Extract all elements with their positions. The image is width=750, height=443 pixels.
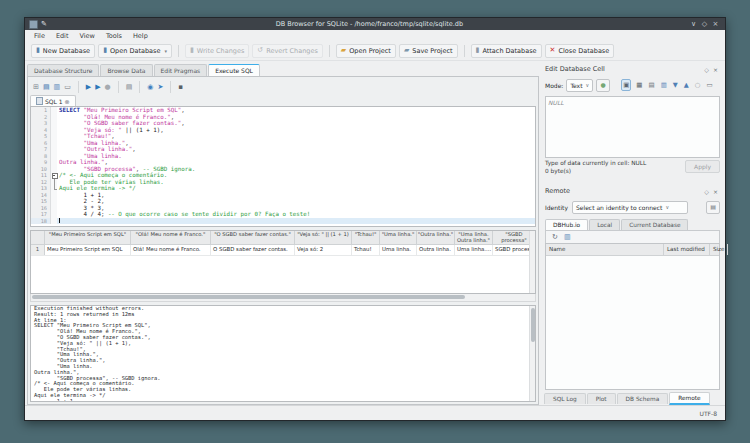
log-scrollbar-thumb[interactable] bbox=[531, 308, 535, 342]
grid-col-header[interactable]: "Outra linha." bbox=[417, 231, 455, 244]
dock-tab-remote[interactable]: Remote bbox=[669, 392, 709, 405]
float-panel-icon[interactable]: ◇ bbox=[702, 66, 711, 73]
identity-row: Identity Select an identity to connect ∨… bbox=[542, 197, 723, 217]
remote-col-header[interactable]: Size bbox=[710, 244, 728, 255]
table-row[interactable]: 1Meu Primeiro Script em SQLOlá! Meu nome… bbox=[31, 245, 535, 256]
execute-all-icon[interactable]: ▶ bbox=[86, 83, 91, 91]
sql-editor[interactable]: 1SELECT "Meu Primeiro Script em SQL",2 "… bbox=[30, 106, 536, 227]
export-data-icon[interactable]: ▲ bbox=[683, 80, 690, 90]
desktop-background: ✎ DB Browser for SQLite - /home/franco/t… bbox=[0, 0, 750, 443]
tab-execute-sql[interactable]: Execute SQL bbox=[208, 64, 260, 76]
code-token bbox=[59, 127, 83, 133]
grid-col-header[interactable]: "Veja só: " || (1 + 1) bbox=[295, 231, 352, 244]
log-line: 1 + 1, bbox=[31, 399, 535, 402]
manage-identities-button[interactable]: ▤ bbox=[706, 201, 720, 214]
grid-horizontal-scrollbar[interactable] bbox=[30, 294, 536, 302]
tab-browse-data[interactable]: Browse Data bbox=[100, 64, 152, 76]
close-panel-icon[interactable]: × bbox=[711, 66, 720, 73]
grid-col-header[interactable]: "O SGBD saber fazer contas." bbox=[211, 231, 295, 244]
maximize-button[interactable]: ◇ bbox=[699, 20, 710, 28]
log-vertical-scrollbar[interactable] bbox=[529, 306, 535, 401]
apply-format-button[interactable]: ● bbox=[596, 79, 610, 92]
grid-cell[interactable]: Veja só: 2 bbox=[295, 245, 352, 255]
save-results-icon[interactable]: ◉ bbox=[147, 83, 153, 91]
open-database-button[interactable]: ▮Open Database▾ bbox=[98, 44, 172, 58]
close-button[interactable]: × bbox=[710, 20, 721, 28]
edit-cell-title: Edit Database Cell bbox=[545, 65, 702, 73]
menu-file[interactable]: File bbox=[34, 32, 45, 40]
remote-tab-dbhub-io[interactable]: DBHub.io bbox=[545, 219, 588, 230]
open-project-button[interactable]: ▰Open Project bbox=[336, 44, 396, 58]
set-null-icon[interactable]: ○ bbox=[694, 80, 702, 90]
cell-edit-area[interactable]: NULL bbox=[545, 96, 720, 158]
export-results-icon[interactable]: ▤ bbox=[126, 83, 133, 91]
print-cell-icon[interactable]: ▭ bbox=[705, 80, 713, 90]
grid-cell[interactable]: Olá! Meu nome é Franco. bbox=[131, 245, 211, 255]
print-icon[interactable]: ▭ bbox=[64, 83, 71, 91]
pencil-icon: ✎ bbox=[41, 20, 47, 28]
mode-select[interactable]: Text ∨ bbox=[566, 79, 593, 92]
import-data-icon[interactable]: ▼ bbox=[672, 80, 679, 90]
remote-table-body[interactable] bbox=[546, 256, 719, 389]
remote-tab-current-database[interactable]: Current Database bbox=[621, 219, 688, 230]
grid-cell[interactable]: O SGBD saber fazer contas. bbox=[211, 245, 295, 255]
remote-col-header[interactable]: Last modified bbox=[664, 244, 710, 255]
close-panel-icon[interactable]: × bbox=[711, 188, 720, 195]
code-token: 1 + 1, bbox=[59, 192, 104, 198]
word-wrap-icon[interactable]: ▪ bbox=[178, 83, 183, 91]
grid-col-header[interactable]: "Meu Primeiro Script em SQL" bbox=[45, 231, 131, 244]
grid-col-header[interactable]: "Uma linha. Outra linha." bbox=[455, 231, 493, 244]
close-database-label: Close Database bbox=[558, 47, 609, 55]
grid-col-header[interactable]: "Uma linha." bbox=[380, 231, 417, 244]
save-project-button[interactable]: ▰Save Project bbox=[399, 44, 458, 58]
dock-tab-db-schema[interactable]: DB Schema bbox=[617, 393, 669, 404]
attach-database-button[interactable]: ▮Attach Database bbox=[471, 44, 542, 58]
tab-close-icon[interactable]: ⊗ bbox=[65, 98, 70, 105]
remote-tab-local[interactable]: Local bbox=[589, 219, 620, 230]
open-in-editor-icon[interactable]: ▥ bbox=[660, 80, 668, 90]
close-database-button[interactable]: ✕Close Database bbox=[545, 44, 615, 58]
tab-edit-pragmas[interactable]: Edit Pragmas bbox=[154, 64, 208, 76]
dock-tab-sql-log[interactable]: SQL Log bbox=[544, 393, 586, 404]
clone-database-icon[interactable]: ▥ bbox=[564, 233, 571, 241]
grid-cell[interactable]: Tchau! bbox=[352, 245, 380, 255]
new-tab-icon[interactable]: ⊞ bbox=[33, 83, 39, 91]
grid-cell[interactable]: Outra linha. bbox=[417, 245, 455, 255]
execution-log[interactable]: Execution finished without errors.Result… bbox=[30, 305, 536, 402]
menu-help[interactable]: Help bbox=[133, 32, 148, 40]
save-as-icon[interactable]: ▤ bbox=[648, 80, 656, 90]
save-sql-file-icon[interactable]: ▥ bbox=[54, 83, 61, 91]
wrap-lines-icon[interactable]: ▣ bbox=[621, 79, 631, 91]
stop-icon[interactable]: ● bbox=[105, 83, 111, 91]
new-database-button[interactable]: ▮New Database bbox=[31, 44, 95, 58]
tab-database-structure[interactable]: Database Structure bbox=[27, 64, 99, 76]
menu-view[interactable]: View bbox=[79, 32, 94, 40]
minimize-button[interactable]: ∨ bbox=[688, 20, 699, 28]
refresh-remote-icon[interactable]: ↻ bbox=[552, 233, 558, 241]
main-toolbar: ▮New Database▮Open Database▾▮Write Chang… bbox=[25, 41, 725, 61]
identity-select[interactable]: Select an identity to connect ∨ bbox=[572, 201, 688, 214]
scrollbar-thumb[interactable] bbox=[32, 295, 465, 299]
grid-cell[interactable]: Uma linha.... bbox=[455, 245, 493, 255]
float-panel-icon[interactable]: ◇ bbox=[702, 188, 711, 195]
titlebar[interactable]: ✎ DB Browser for SQLite - /home/franco/t… bbox=[25, 18, 725, 30]
code-token: Ele pode ter várias linhas. bbox=[59, 179, 164, 185]
grid-vertical-scrollbar[interactable] bbox=[529, 231, 535, 293]
open-sql-file-icon[interactable]: ▤ bbox=[43, 83, 50, 91]
code-token: "Uma linha." bbox=[83, 140, 125, 146]
revert-changes-button: ↺Revert Changes bbox=[252, 44, 323, 58]
grid-cell[interactable]: Meu Primeiro Script em SQL bbox=[45, 245, 131, 255]
statusbar: UTF-8 bbox=[25, 405, 725, 420]
code-token: , bbox=[136, 166, 143, 172]
find-replace-icon[interactable]: ➤ bbox=[157, 83, 163, 91]
grid-col-header[interactable]: "Olá! Meu nome é Franco." bbox=[131, 231, 211, 244]
image-mode-icon[interactable]: ▦ bbox=[635, 80, 643, 90]
grid-cell[interactable]: Uma linha. bbox=[380, 245, 417, 255]
dock-tab-plot[interactable]: Plot bbox=[587, 393, 616, 404]
menu-tools[interactable]: Tools bbox=[106, 32, 122, 40]
grid-col-header[interactable]: "Tchau!" bbox=[352, 231, 380, 244]
execute-current-line-icon[interactable]: ▶ bbox=[95, 83, 100, 91]
remote-col-header[interactable]: Name bbox=[546, 244, 664, 255]
menu-edit[interactable]: Edit bbox=[56, 32, 69, 40]
sql-editor-tab[interactable]: SQL 1 ⊗ bbox=[30, 95, 76, 106]
